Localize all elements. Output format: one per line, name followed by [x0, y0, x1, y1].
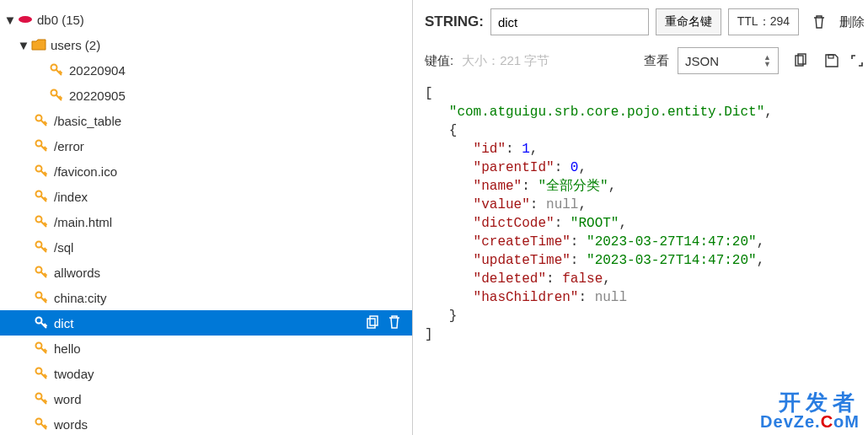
expand-icon[interactable]	[849, 47, 865, 74]
chevron-updown-icon: ▲▼	[764, 54, 771, 67]
delete-button-label[interactable]: 删除	[839, 14, 865, 30]
svg-point-5	[36, 166, 42, 172]
key-label: hello	[54, 341, 412, 356]
svg-point-10	[36, 293, 42, 298]
tree-key-row[interactable]: /favicon.ico	[0, 158, 412, 184]
collapse-triangle-icon[interactable]: ▼	[5, 13, 15, 27]
key-label: 20220905	[69, 89, 412, 103]
delete-icon[interactable]	[387, 314, 402, 332]
key-icon	[34, 266, 49, 279]
folder-label: users (2)	[51, 38, 412, 52]
key-label: twoday	[54, 367, 412, 381]
value-label: 键值:	[425, 53, 453, 69]
svg-point-11	[36, 318, 42, 324]
key-icon	[34, 114, 49, 127]
detail-panel: STRING: 重命名键 TTL：294 删除 键值: 大小：221 字节 查看…	[413, 0, 868, 435]
key-icon	[34, 164, 49, 178]
tree-key-row[interactable]: /index	[0, 184, 412, 209]
key-label: /basic_table	[54, 114, 412, 128]
key-label: /sql	[54, 240, 412, 255]
delete-icon[interactable]	[806, 8, 833, 35]
key-label: /index	[54, 190, 412, 204]
svg-rect-20	[828, 55, 833, 58]
svg-point-7	[36, 217, 42, 223]
db-label: db0 (15)	[37, 13, 412, 27]
tree-key-row[interactable]: dict	[0, 310, 412, 336]
svg-point-2	[51, 90, 57, 96]
tree-key-row[interactable]: words	[0, 411, 412, 435]
key-icon	[49, 89, 64, 102]
key-label: /error	[54, 139, 412, 153]
tree-key-row[interactable]: word	[0, 386, 412, 411]
save-icon[interactable]	[822, 47, 841, 74]
tree-key-row[interactable]: twoday	[0, 361, 412, 386]
view-label: 查看	[644, 53, 669, 69]
view-mode-value: JSON	[685, 54, 719, 68]
tree-key-row[interactable]: /error	[0, 133, 412, 158]
json-content[interactable]: [ "com.atguigu.srb.core.pojo.entity.Dict…	[425, 78, 865, 432]
key-icon	[34, 316, 49, 330]
key-icon	[34, 215, 49, 228]
key-label: china:city	[54, 291, 412, 305]
key-label: 20220904	[69, 63, 412, 78]
tree-key-row[interactable]: /sql	[0, 234, 412, 260]
tree-panel: ▼ db0 (15) ▼ users (2) 2022090420220905 …	[0, 0, 413, 435]
size-hint: 大小：221 字节	[462, 53, 549, 69]
svg-point-1	[51, 65, 57, 71]
svg-rect-12	[367, 319, 375, 328]
key-icon	[34, 240, 49, 254]
key-label: allwords	[54, 266, 412, 280]
key-label: words	[54, 417, 412, 432]
key-icon	[34, 139, 49, 153]
key-label: dict	[54, 316, 365, 330]
key-header-row: STRING: 重命名键 TTL：294 删除	[425, 5, 865, 39]
tree-folder-users[interactable]: ▼ users (2)	[0, 32, 412, 57]
rename-key-button[interactable]: 重命名键	[656, 8, 721, 35]
key-label: /main.html	[54, 215, 412, 229]
key-icon	[34, 291, 49, 304]
tree-db-row[interactable]: ▼ db0 (15)	[0, 7, 412, 32]
key-icon	[34, 392, 49, 405]
svg-point-8	[36, 242, 42, 248]
svg-point-15	[36, 368, 42, 374]
svg-point-3	[36, 115, 42, 121]
tree-key-row[interactable]: 20220905	[0, 83, 412, 108]
copy-icon[interactable]	[787, 47, 814, 74]
key-icon	[34, 417, 49, 431]
tree-key-row[interactable]: allwords	[0, 260, 412, 285]
svg-point-17	[36, 419, 42, 425]
svg-point-4	[36, 141, 42, 147]
svg-point-14	[36, 343, 42, 349]
svg-rect-13	[370, 316, 378, 325]
key-icon	[34, 190, 49, 203]
key-icon	[49, 63, 64, 77]
type-label: STRING:	[425, 13, 484, 30]
svg-point-0	[19, 16, 32, 23]
collapse-triangle-icon[interactable]: ▼	[19, 38, 29, 52]
key-label: word	[54, 392, 412, 406]
svg-point-6	[36, 191, 42, 197]
database-icon	[17, 15, 34, 24]
copy-icon[interactable]	[365, 314, 380, 332]
folder-icon	[30, 39, 47, 51]
tree-key-row[interactable]: hello	[0, 336, 412, 361]
tree-key-row[interactable]: 20220904	[0, 57, 412, 83]
tree-key-row[interactable]: /main.html	[0, 209, 412, 234]
key-icon	[34, 341, 49, 355]
svg-point-9	[36, 267, 42, 273]
view-mode-select[interactable]: JSON ▲▼	[678, 47, 779, 74]
key-icon	[34, 367, 49, 380]
key-name-input[interactable]	[490, 8, 649, 35]
value-header-row: 键值: 大小：221 字节 查看 JSON ▲▼	[425, 44, 865, 78]
tree-key-row[interactable]: china:city	[0, 285, 412, 310]
key-label: /favicon.ico	[54, 164, 412, 179]
tree-key-row[interactable]: /basic_table	[0, 108, 412, 133]
ttl-display[interactable]: TTL：294	[728, 8, 799, 35]
svg-point-16	[36, 394, 42, 400]
